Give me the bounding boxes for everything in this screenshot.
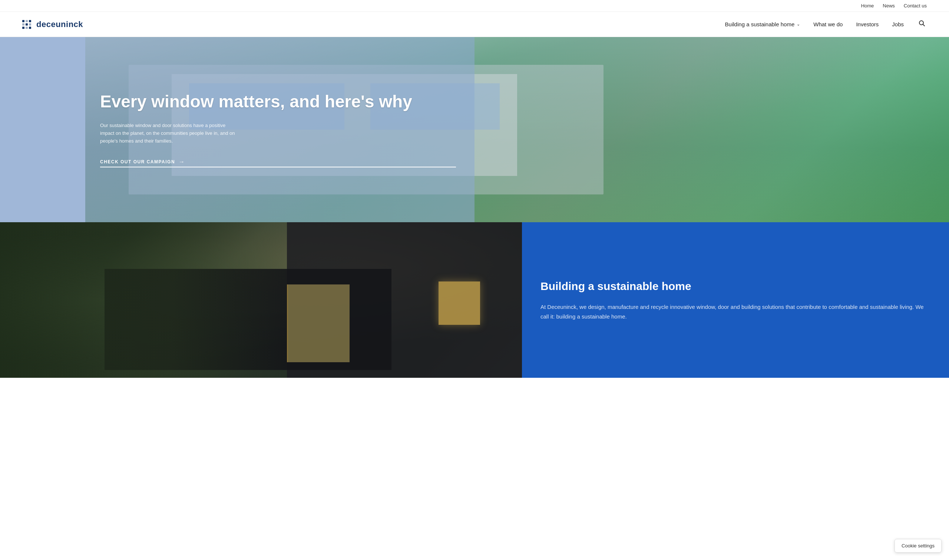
section-two-image [0,222,522,378]
trees-left [0,222,287,378]
hero-section: Every window matters, and here's why Our… [0,37,949,222]
hero-description: Our sustainable window and door solution… [100,122,241,145]
hero-left-panel: Every window matters, and here's why Our… [0,37,474,222]
top-bar: Home News Contact us [0,0,949,12]
contact-link[interactable]: Contact us [904,3,927,9]
nav-building-label: Building a sustainable home [725,21,795,28]
logo-text: deceuninck [36,20,83,29]
hero-title: Every window matters, and here's why [100,92,456,111]
hero-cta-label: CHECK OUT OUR CAMPAIGN [100,159,175,165]
nav-jobs[interactable]: Jobs [892,21,904,28]
home-link[interactable]: Home [861,3,874,9]
building-window-warm [438,282,480,325]
nav-what-we-do[interactable]: What we do [813,21,843,28]
svg-line-1 [923,25,925,26]
section-two: Building a sustainable home At Deceuninc… [0,222,949,378]
search-button[interactable] [917,18,927,30]
chevron-down-icon: ⌄ [797,22,800,27]
news-link[interactable]: News [883,3,895,9]
nav-links: Building a sustainable home ⌄ What we do… [725,18,927,30]
arrow-right-icon: → [179,158,185,165]
main-nav: deceuninck Building a sustainable home ⌄… [0,12,949,37]
section-two-title: Building a sustainable home [540,279,927,293]
hero-cta-button[interactable]: CHECK OUT OUR CAMPAIGN → [100,158,456,168]
section-two-text: At Deceuninck, we design, manufacture an… [540,302,927,321]
section-two-content: Building a sustainable home At Deceuninc… [522,222,949,378]
nav-investors[interactable]: Investors [856,21,878,28]
search-icon [919,20,925,27]
building-glass-door [287,285,350,362]
logo-icon [22,20,31,29]
logo[interactable]: deceuninck [22,20,83,29]
nav-building-sustainable[interactable]: Building a sustainable home ⌄ [725,21,800,28]
